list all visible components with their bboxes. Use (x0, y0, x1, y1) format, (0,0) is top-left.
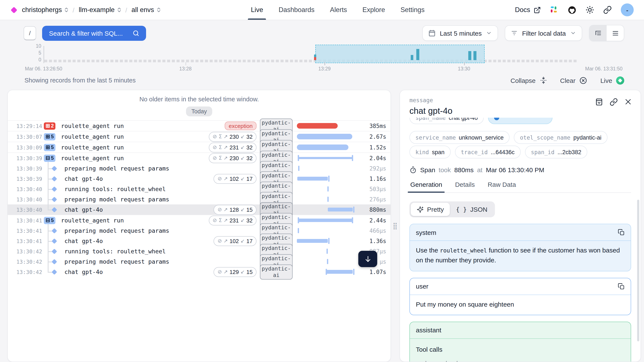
copy-link-icon[interactable] (610, 98, 618, 106)
row-duration: 385ms (361, 123, 386, 129)
duration-bar (297, 123, 338, 129)
close-icon[interactable] (624, 98, 632, 106)
trace-row[interactable]: 13:30:41preparing model request paramspy… (8, 225, 390, 236)
trace-row[interactable]: 13:29:14⊞2roulette_agent runexceptionpyd… (8, 120, 390, 131)
nav-tab-settings[interactable]: Settings (400, 0, 424, 20)
row-tree-cell (44, 194, 59, 204)
time-selection-region[interactable] (315, 45, 484, 63)
trace-row[interactable]: 13:30:39chat gpt-4o⊘↗102↙17pydantic-ai1.… (8, 173, 390, 184)
duration-bar-cell (297, 236, 358, 246)
breadcrumb-item-christophergs[interactable]: christophergs (22, 6, 68, 14)
logfire-logo-icon[interactable] (10, 6, 17, 13)
expand-badge[interactable]: ⊟5 (44, 154, 56, 162)
duration-bar-cell (297, 184, 358, 194)
nav-tab-explore[interactable]: Explore (362, 0, 385, 20)
model-pill[interactable] (488, 118, 552, 124)
scrollbar-thumb[interactable] (637, 200, 639, 341)
nav-tab-dashboards[interactable]: Dashboards (278, 0, 314, 20)
attribute-pill-otel_scope_name[interactable]: otel_scope_namepydantic-ai (514, 131, 607, 144)
span-count: 5 (51, 217, 54, 223)
filter-local-data-dropdown[interactable]: Filter local data (505, 25, 582, 41)
trace-row[interactable]: 13:30:09⊞5roulette_agent run⊘Σ↗231↙32pyd… (8, 142, 390, 152)
nav-tab-live[interactable]: Live (251, 0, 263, 20)
sigma-icon: Σ (219, 134, 222, 140)
live-label: Live (600, 77, 612, 84)
span-count: 5 (51, 144, 54, 150)
time-range-dropdown[interactable]: Last 5 minutes (422, 25, 498, 41)
docs-link[interactable]: Docs (515, 6, 541, 14)
clear-button[interactable]: Clear (560, 76, 588, 84)
histogram-bar (468, 51, 471, 60)
copy-icon[interactable] (618, 229, 625, 236)
input-tokens-arrow-icon: ↗ (224, 155, 228, 161)
json-toggle[interactable]: { } JSON (450, 203, 494, 216)
trace-row[interactable]: 13:30:39preparing model request paramspy… (8, 163, 390, 173)
span-name: running tools: roulette_wheel (64, 186, 166, 192)
trace-row[interactable]: 13:30:42preparing model request paramspy… (8, 256, 390, 267)
copy-icon[interactable] (618, 283, 625, 290)
list-view-toggle[interactable] (606, 25, 624, 41)
panel-resize-handle[interactable]: ⣿ (393, 223, 398, 229)
updown-chevron-icon (117, 7, 121, 12)
scope-badge[interactable]: pydantic-ai (260, 264, 292, 279)
nav-tab-alerts[interactable]: Alerts (330, 0, 347, 20)
tab-details[interactable]: Details (454, 181, 476, 192)
live-toggle[interactable]: Live (600, 76, 624, 84)
archive-icon[interactable] (595, 98, 603, 106)
output-tokens: 17 (246, 175, 252, 182)
input-tokens: 102 (230, 238, 239, 244)
duration-bar (328, 238, 329, 244)
scroll-to-bottom-button[interactable] (358, 251, 377, 267)
duration-bar-cell (297, 225, 358, 236)
row-timestamp: 13:30:39 (16, 155, 44, 161)
trace-row[interactable]: 13:30:40preparing model request paramspy… (8, 194, 390, 204)
input-tokens-arrow-icon: ↗ (224, 238, 228, 244)
exception-badge[interactable]: exception (225, 121, 256, 130)
search-sql-button[interactable]: Search & filter with SQL... (42, 25, 146, 40)
breadcrumb-item-llm-example[interactable]: llm-example (78, 6, 121, 14)
tab-raw-data[interactable]: Raw Data (487, 181, 517, 192)
span-name-pill[interactable]: span_name chat gpt-4o (410, 118, 484, 124)
trace-row[interactable]: 13:30:42chat gpt-4o⊘↗129↙15pydantic-ai1.… (8, 267, 390, 277)
github-icon[interactable] (568, 5, 576, 14)
sigma-icon: Σ (219, 217, 222, 223)
expand-badge[interactable]: ⊞5 (44, 133, 56, 140)
expand-badge[interactable]: ⊟5 (44, 217, 56, 224)
collapse-button[interactable]: Collapse (510, 76, 547, 84)
avatar[interactable]: - (621, 3, 634, 16)
input-tokens: 231 (230, 144, 239, 150)
trace-row[interactable]: 13:30:41chat gpt-4o⊘↗102↙17pydantic-ai1.… (8, 236, 390, 246)
tab-generation[interactable]: Generation (410, 181, 443, 192)
tree-view-toggle[interactable] (590, 25, 606, 41)
row-timestamp: 13:29:14 (16, 123, 44, 129)
trace-row[interactable]: 13:30:39⊟5roulette_agent run⊘Σ↗230↙32pyd… (8, 152, 390, 163)
trace-row[interactable]: 13:30:42running tools: roulette_wheelpyd… (8, 246, 390, 256)
user-role-label: user (416, 283, 428, 290)
trace-row[interactable]: 13:30:40chat gpt-4o⊘↗128↙15pydantic-ai88… (8, 204, 390, 215)
breadcrumb-separator: / (72, 6, 74, 13)
toolbar: / Search & filter with SQL... Last 5 min… (24, 25, 624, 41)
duration-bar-cell (297, 215, 358, 225)
duration-bar (328, 176, 329, 182)
trace-row[interactable]: 13:30:40running tools: roulette_wheelpyd… (8, 184, 390, 194)
expand-badge[interactable]: ⊞2 (44, 122, 56, 129)
token-usage-badge: ⊘↗102↙17 (214, 174, 256, 184)
expand-badge[interactable]: ⊞5 (44, 144, 56, 151)
share-link-icon[interactable] (603, 5, 612, 14)
histogram-plot[interactable] (44, 44, 587, 64)
attribute-pill-span_id[interactable]: span_id...2cb382 (525, 146, 588, 158)
attribute-pill-kind[interactable]: kindspan (410, 146, 450, 158)
today-pill[interactable]: Today (186, 106, 212, 116)
breadcrumb-item-all-envs[interactable]: all envs (132, 6, 160, 14)
pretty-toggle[interactable]: Pretty (411, 203, 450, 216)
span-name: preparing model request params (64, 227, 169, 234)
trace-row[interactable]: 13:30:41⊟5roulette_agent run⊘Σ↗231↙32pyd… (8, 215, 390, 225)
duration-bar (353, 269, 354, 275)
output-tokens-arrow-icon: ↙ (240, 134, 245, 140)
theme-sun-icon[interactable] (586, 5, 594, 14)
attribute-pill-trace_id[interactable]: trace_id...64436c (455, 146, 520, 158)
slack-icon[interactable] (550, 5, 558, 14)
trace-row[interactable]: 13:30:07⊞5roulette_agent run⊘Σ↗230↙32pyd… (8, 131, 390, 142)
span-name: chat gpt-4o (64, 238, 103, 244)
attribute-pill-service_name[interactable]: service_nameunknown_service (410, 131, 510, 144)
